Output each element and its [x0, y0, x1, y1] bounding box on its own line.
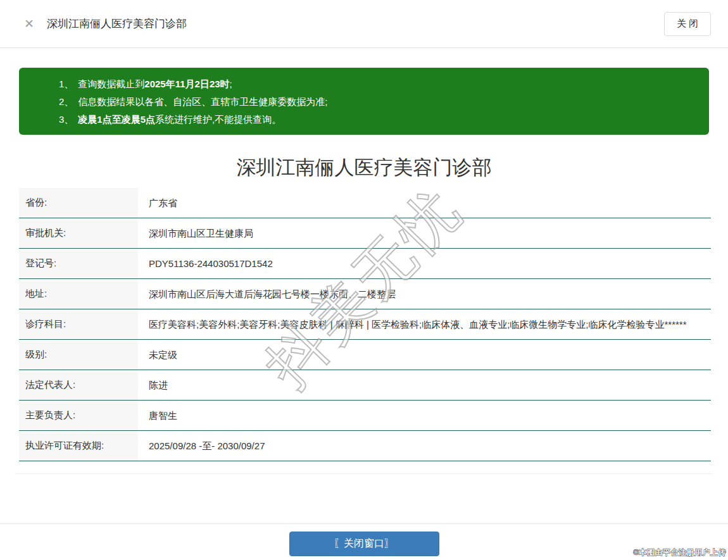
field-label: 诊疗科目:	[19, 309, 138, 339]
detail-table: 省份:广东省审批机关:深圳市南山区卫生健康局登记号:PDY51136-24403…	[19, 188, 711, 461]
table-row: 执业许可证有效期:2025/09/28 -至- 2030/09/27	[19, 431, 711, 461]
content-bottom-divider	[16, 473, 712, 474]
page-title: 深圳江南俪人医疗美容门诊部	[0, 155, 728, 180]
modal-header: ✕ 深圳江南俪人医疗美容门诊部 关 闭	[0, 0, 728, 48]
table-row: 审批机关:深圳市南山区卫生健康局	[19, 218, 711, 249]
field-value: 未定级	[138, 340, 711, 370]
notice-text-segment: 2025年11月2日23时	[144, 78, 229, 89]
table-row: 主要负责人:唐智生	[19, 401, 711, 431]
table-row: 级别:未定级	[19, 340, 711, 370]
field-value: 深圳市南山区卫生健康局	[138, 218, 711, 248]
notice-line: 1、查询数据截止到2025年11月2日23时;	[59, 75, 696, 93]
table-row: 地址:深圳市南山区后海大道后海花园七号楼一楼东面、二楼整层	[19, 279, 711, 309]
close-button[interactable]: 关 闭	[664, 12, 711, 36]
table-row: 法定代表人:陈进	[19, 370, 711, 401]
notice-text-segment: ;	[230, 78, 232, 89]
field-value: 2025/09/28 -至- 2030/09/27	[138, 431, 711, 461]
credit-watermark: ©本图由平台注册用户上传	[633, 547, 726, 558]
notice-line: 3、凌晨1点至凌晨5点系统进行维护,不能提供查询。	[59, 111, 696, 128]
table-row: 省份:广东省	[19, 188, 711, 218]
field-value: 广东省	[138, 188, 711, 218]
table-row: 登记号:PDY51136-244030517D1542	[19, 249, 711, 279]
field-label: 登记号:	[19, 249, 138, 278]
notice-line-number: 2、	[59, 96, 73, 107]
modal-footer: 〖关闭窗口〗	[0, 523, 728, 560]
field-label: 执业许可证有效期:	[19, 431, 138, 461]
header-title: 深圳江南俪人医疗美容门诊部	[47, 16, 664, 31]
notice-box: 1、查询数据截止到2025年11月2日23时;2、信息数据结果以各省、自治区、直…	[19, 68, 709, 135]
table-row: 诊疗科目:医疗美容科;美容外科;美容牙科;美容皮肤科 | 麻醉科 | 医学检验科…	[19, 309, 711, 340]
notice-line-number: 3、	[59, 114, 73, 125]
notice-text-segment: 系统进行维护,不能提供查询。	[155, 114, 281, 125]
field-label: 级别:	[19, 340, 138, 370]
field-label: 地址:	[19, 279, 138, 309]
notice-line-number: 1、	[59, 78, 73, 89]
field-label: 主要负责人:	[19, 401, 138, 430]
license-detail-modal: ✕ 深圳江南俪人医疗美容门诊部 关 闭 1、查询数据截止到2025年11月2日2…	[0, 0, 728, 560]
field-label: 法定代表人:	[19, 370, 138, 400]
field-value: 深圳市南山区后海大道后海花园七号楼一楼东面、二楼整层	[138, 279, 711, 309]
close-icon[interactable]: ✕	[24, 18, 34, 30]
close-window-button[interactable]: 〖关闭窗口〗	[289, 532, 439, 556]
notice-text-segment: 查询数据截止到	[78, 78, 144, 89]
notice-text-segment: 凌晨1点至凌晨5点	[78, 114, 155, 125]
field-label: 审批机关:	[19, 218, 138, 248]
field-value: 唐智生	[138, 401, 711, 430]
notice-text-segment: 信息数据结果以各省、自治区、直辖市卫生健康委数据为准;	[78, 96, 327, 107]
field-value: PDY51136-244030517D1542	[138, 249, 711, 278]
field-value: 医疗美容科;美容外科;美容牙科;美容皮肤科 | 麻醉科 | 医学检验科;临床体液…	[138, 309, 711, 339]
field-value: 陈进	[138, 370, 711, 400]
field-label: 省份:	[19, 188, 138, 218]
notice-line: 2、信息数据结果以各省、自治区、直辖市卫生健康委数据为准;	[59, 93, 696, 111]
